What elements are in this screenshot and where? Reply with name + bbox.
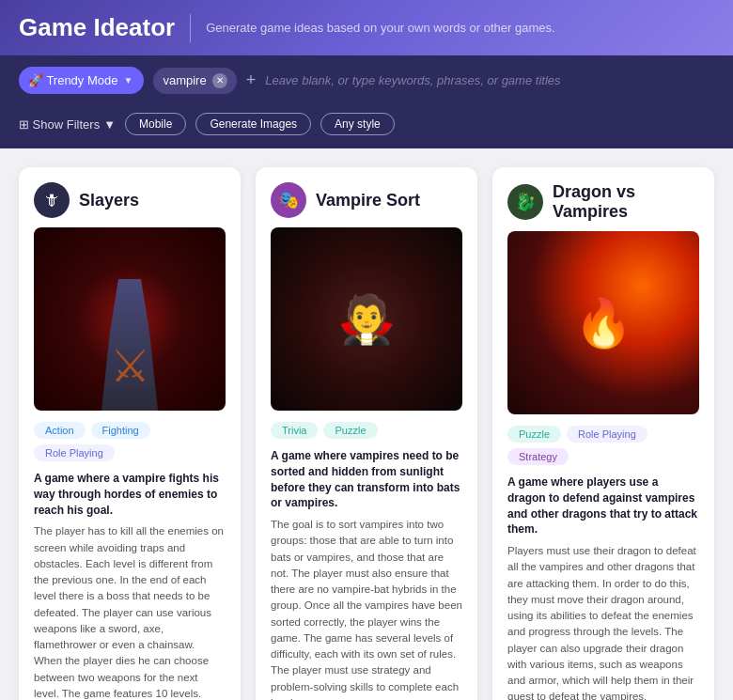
dragon-vs-vampires-illustration: 🔥: [507, 231, 699, 414]
card-slayers: 🗡 Slayers Action Fighting Role Playing A…: [19, 167, 241, 700]
app-title: Game Ideator: [19, 13, 175, 42]
card-vampire-sort-summary: A game where vampires need to be sorted …: [271, 448, 462, 511]
card-dragon-vs-vampires: 🐉 Dragon vs Vampires 🔥 Puzzle Role Playi…: [492, 167, 714, 700]
card-dragon-vs-vampires-desc: Players must use their dragon to defeat …: [507, 543, 699, 700]
show-filters-chevron: ▼: [103, 117, 116, 132]
card-dragon-vs-vampires-tags: Puzzle Role Playing Strategy: [507, 426, 699, 465]
remove-tag-icon[interactable]: ✕: [212, 73, 227, 88]
card-dragon-vs-vampires-image: 🔥: [507, 231, 699, 414]
slayers-illustration: [34, 227, 226, 411]
avatar-dragon-vs-vampires: 🐉: [507, 184, 543, 220]
card-slayers-summary: A game where a vampire fights his way th…: [34, 471, 226, 518]
tag-puzzle-dragon[interactable]: Puzzle: [507, 426, 561, 443]
show-filters-button[interactable]: ⊞ Show Filters ▼: [19, 117, 116, 132]
toolbar: 🚀 Trendy Mode ▼ vampire ✕ + Leave blank,…: [0, 55, 733, 105]
card-slayers-header: 🗡 Slayers: [34, 182, 226, 218]
filter-chip-mobile[interactable]: Mobile: [125, 113, 186, 135]
filter-chip-any-style[interactable]: Any style: [320, 113, 395, 135]
vampire-sort-illustration: 🧛: [271, 227, 462, 411]
avatar-vampire-sort: 🎭: [271, 182, 306, 218]
main-content: 🗡 Slayers Action Fighting Role Playing A…: [0, 148, 733, 700]
trendy-mode-chevron: ▼: [124, 75, 133, 86]
card-vampire-sort-title: Vampire Sort: [316, 191, 420, 210]
show-filters-label: ⊞ Show Filters: [19, 117, 100, 132]
tag-puzzle[interactable]: Puzzle: [323, 422, 377, 439]
search-placeholder-text[interactable]: Leave blank, or type keywords, phrases, …: [265, 73, 714, 87]
trendy-mode-button[interactable]: 🚀 Trendy Mode ▼: [19, 67, 144, 94]
card-slayers-title: Slayers: [79, 191, 139, 210]
card-dragon-vs-vampires-title: Dragon vs Vampires: [553, 182, 699, 222]
tag-trivia[interactable]: Trivia: [271, 422, 318, 439]
card-vampire-sort-desc: The goal is to sort vampires into two gr…: [271, 517, 462, 700]
avatar-slayers: 🗡: [34, 182, 70, 218]
tag-label: vampire: [163, 73, 206, 87]
tag-action[interactable]: Action: [34, 422, 86, 439]
card-vampire-sort-tags: Trivia Puzzle: [271, 422, 462, 439]
vampire-tag-chip[interactable]: vampire ✕: [153, 68, 236, 94]
filter-bar: ⊞ Show Filters ▼ Mobile Generate Images …: [0, 105, 733, 148]
filter-chip-generate-images[interactable]: Generate Images: [195, 113, 311, 135]
card-slayers-desc: The player has to kill all the enemies o…: [34, 523, 226, 700]
card-vampire-sort-image: 🧛: [271, 227, 462, 411]
app-header: Game Ideator Generate game ideas based o…: [0, 0, 733, 55]
card-slayers-tags: Action Fighting Role Playing: [34, 422, 226, 461]
tag-role-playing[interactable]: Role Playing: [34, 444, 115, 461]
add-tag-icon[interactable]: +: [246, 70, 257, 90]
tag-fighting[interactable]: Fighting: [91, 422, 150, 439]
tag-role-playing-dragon[interactable]: Role Playing: [567, 426, 647, 443]
trendy-mode-label: 🚀 Trendy Mode: [28, 73, 118, 87]
card-dragon-vs-vampires-header: 🐉 Dragon vs Vampires: [507, 182, 699, 222]
tag-strategy[interactable]: Strategy: [507, 448, 569, 465]
card-dragon-vs-vampires-summary: A game where players use a dragon to def…: [507, 474, 699, 537]
header-divider: [190, 14, 191, 42]
header-subtitle: Generate game ideas based on your own wo…: [206, 21, 554, 35]
card-vampire-sort: 🎭 Vampire Sort 🧛 Trivia Puzzle A game wh…: [256, 167, 477, 700]
card-slayers-image: [34, 227, 226, 411]
card-vampire-sort-header: 🎭 Vampire Sort: [271, 182, 462, 218]
